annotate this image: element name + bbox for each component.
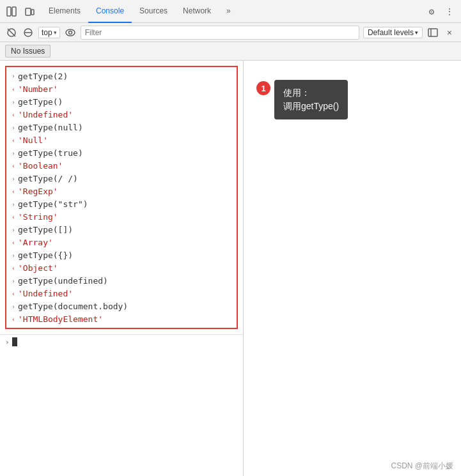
console-result-entry[interactable]: ‹'Undefined' xyxy=(6,108,237,121)
console-call-entry[interactable]: ›getType(undefined) xyxy=(6,274,237,287)
result-text: 'Number' xyxy=(18,84,58,94)
expand-chevron-icon[interactable]: › xyxy=(9,123,18,132)
console-result-entry[interactable]: ‹'Array' xyxy=(6,236,237,249)
result-chevron-icon: ‹ xyxy=(9,85,18,94)
svg-rect-0 xyxy=(7,7,11,16)
expand-chevron-icon[interactable]: › xyxy=(9,72,18,81)
console-result-entry[interactable]: ‹'Null' xyxy=(6,134,237,146)
context-selector-arrow: ▾ xyxy=(54,29,57,36)
prompt-chevron-icon: › xyxy=(5,338,10,346)
svg-rect-10 xyxy=(428,29,437,36)
console-prompt: › xyxy=(0,334,243,349)
console-result-entry[interactable]: ‹'HTMLBodyElement' xyxy=(6,312,237,325)
tab-more[interactable]: » xyxy=(219,0,238,23)
clear-console-icon[interactable] xyxy=(5,26,18,39)
call-text: getType() xyxy=(18,97,63,107)
console-call-entry[interactable]: ›getType([]) xyxy=(6,223,237,236)
no-issues-badge[interactable]: No Issues xyxy=(5,45,51,58)
console-main: ›getType(2)‹'Number'›getType()‹'Undefine… xyxy=(0,61,461,476)
console-result-entry[interactable]: ‹'String' xyxy=(6,210,237,223)
result-chevron-icon: ‹ xyxy=(9,136,18,145)
tab-network[interactable]: Network xyxy=(175,0,219,23)
call-text: getType("str") xyxy=(18,199,88,209)
result-text: 'Null' xyxy=(18,135,48,145)
watermark: CSDN @前端小媛 xyxy=(391,461,453,472)
result-chevron-icon: ‹ xyxy=(9,238,18,247)
result-text: 'String' xyxy=(18,212,58,222)
expand-chevron-icon[interactable]: › xyxy=(9,226,18,234)
issues-bar: No Issues xyxy=(0,42,461,61)
device-toolbar-icon[interactable] xyxy=(23,5,36,18)
result-chevron-icon: ‹ xyxy=(9,162,18,171)
result-chevron-icon: ‹ xyxy=(9,264,18,273)
settings-icon[interactable]: ⚙ xyxy=(425,5,438,18)
svg-rect-3 xyxy=(31,10,34,15)
console-result-entry[interactable]: ‹'Undefined' xyxy=(6,287,237,300)
devtools-tabbar: Elements Console Sources Network » ⚙ ⋮ xyxy=(0,0,461,23)
svg-rect-1 xyxy=(12,7,16,16)
result-text: 'Boolean' xyxy=(18,161,63,171)
result-text: 'Object' xyxy=(18,263,58,273)
svg-rect-2 xyxy=(26,8,31,15)
call-text: getType(document.body) xyxy=(18,302,128,311)
result-chevron-icon: ‹ xyxy=(9,315,18,324)
expand-chevron-icon[interactable]: › xyxy=(9,277,18,286)
console-output: ›getType(2)‹'Number'›getType()‹'Undefine… xyxy=(0,61,244,476)
result-chevron-icon: ‹ xyxy=(9,187,18,196)
console-call-entry[interactable]: ›getType(2) xyxy=(6,70,237,82)
expand-chevron-icon[interactable]: › xyxy=(9,302,18,311)
panel-toggle-icon[interactable] xyxy=(5,5,18,18)
prompt-cursor[interactable] xyxy=(12,337,17,346)
expand-chevron-icon[interactable]: › xyxy=(9,174,18,183)
right-panel: 1 使用： 调用getType() CSDN @前端小媛 xyxy=(244,61,461,476)
console-call-entry[interactable]: ›getType(/ /) xyxy=(6,172,237,185)
console-call-entry[interactable]: ›getType({}) xyxy=(6,249,237,261)
call-text: getType(undefined) xyxy=(18,276,108,286)
console-call-entry[interactable]: ›getType() xyxy=(6,95,237,108)
tab-console[interactable]: Console xyxy=(88,0,132,23)
console-call-entry[interactable]: ›getType("str") xyxy=(6,197,237,210)
block-icon[interactable] xyxy=(22,26,35,39)
result-text: 'RegExp' xyxy=(18,187,58,196)
eye-icon[interactable] xyxy=(64,26,77,39)
more-options-icon[interactable]: ⋮ xyxy=(443,5,456,18)
tab-sources[interactable]: Sources xyxy=(132,0,175,23)
call-text: getType({}) xyxy=(18,250,73,260)
call-text: getType([]) xyxy=(18,225,73,234)
console-result-entry[interactable]: ‹'Number' xyxy=(6,82,237,95)
annotation-tooltip: 使用： 调用getType() xyxy=(274,80,348,119)
annotation-line1: 使用： xyxy=(283,86,339,100)
annotation-number: 1 xyxy=(256,81,270,95)
console-toolbar: top ▾ Default levels ▾ ✕ xyxy=(0,23,461,42)
console-result-entry[interactable]: ‹'Object' xyxy=(6,261,237,274)
filter-input[interactable] xyxy=(81,26,359,40)
expand-chevron-icon[interactable]: › xyxy=(9,149,18,158)
result-text: 'HTMLBodyElement' xyxy=(18,314,103,324)
tab-elements[interactable]: Elements xyxy=(41,0,88,23)
main-tabs: Elements Console Sources Network » xyxy=(41,0,238,23)
result-chevron-icon: ‹ xyxy=(9,111,18,119)
log-level-arrow: ▾ xyxy=(415,29,418,36)
console-result-entry[interactable]: ‹'Boolean' xyxy=(6,159,237,172)
call-text: getType(null) xyxy=(18,123,83,132)
context-selector[interactable]: top ▾ xyxy=(38,27,60,38)
sidebar-toggle-icon[interactable] xyxy=(426,26,439,39)
call-text: getType(/ /) xyxy=(18,174,78,183)
console-call-entry[interactable]: ›getType(null) xyxy=(6,121,237,134)
result-chevron-icon: ‹ xyxy=(9,213,18,222)
expand-chevron-icon[interactable]: › xyxy=(9,98,18,107)
annotation-container: 1 使用： 调用getType() xyxy=(256,80,348,119)
result-text: 'Undefined' xyxy=(18,110,73,119)
annotation-line2: 调用getType() xyxy=(283,100,339,113)
result-chevron-icon: ‹ xyxy=(9,289,18,298)
console-call-entry[interactable]: ›getType(true) xyxy=(6,146,237,159)
call-text: getType(2) xyxy=(18,72,68,81)
log-level-selector[interactable]: Default levels ▾ xyxy=(363,27,423,38)
close-sidebar-icon[interactable]: ✕ xyxy=(443,26,456,39)
console-call-entry[interactable]: ›getType(document.body) xyxy=(6,300,237,312)
expand-chevron-icon[interactable]: › xyxy=(9,200,18,209)
svg-point-9 xyxy=(68,31,72,34)
svg-point-8 xyxy=(66,29,75,36)
console-result-entry[interactable]: ‹'RegExp' xyxy=(6,185,237,197)
expand-chevron-icon[interactable]: › xyxy=(9,251,18,260)
